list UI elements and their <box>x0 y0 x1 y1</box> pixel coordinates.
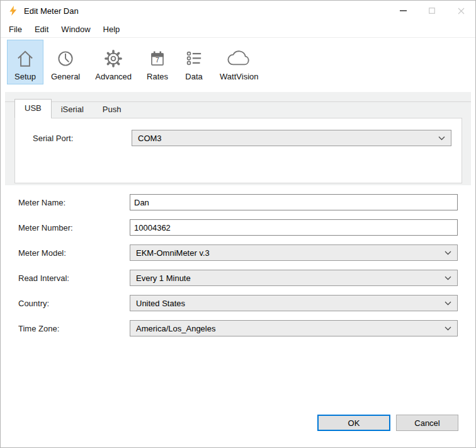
meter-model-row: Meter Model: EKM-OmniMeter v.3 <box>1 244 475 261</box>
meter-name-label: Meter Name: <box>18 198 130 207</box>
window-controls <box>388 1 475 21</box>
cancel-button[interactable]: Cancel <box>396 415 458 431</box>
read-interval-select[interactable]: Every 1 Minute <box>130 270 458 286</box>
serial-port-value: COM3 <box>138 134 434 143</box>
ok-button[interactable]: OK <box>317 415 390 431</box>
read-interval-value: Every 1 Minute <box>136 273 441 283</box>
meter-name-input[interactable] <box>130 194 458 210</box>
time-zone-row: Time Zone: America/Los_Angeles <box>1 320 475 336</box>
toolbar-wattvision-label: WattVision <box>220 72 258 81</box>
meter-name-row: Meter Name: <box>1 194 475 210</box>
meter-model-value: EKM-OmniMeter v.3 <box>136 248 441 258</box>
list-icon <box>183 47 205 71</box>
toolbar-rates-label: Rates <box>147 72 168 81</box>
footer: OK Cancel <box>1 415 475 447</box>
country-label: Country: <box>18 299 130 308</box>
meter-model-label: Meter Model: <box>18 248 130 258</box>
toolbar-data-button[interactable]: Data <box>176 40 212 84</box>
toolbar-general-label: General <box>51 72 80 81</box>
minimize-button[interactable] <box>388 1 417 21</box>
read-interval-row: Read Interval: Every 1 Minute <box>1 270 475 286</box>
toolbar-setup-label: Setup <box>14 72 36 81</box>
menu-help[interactable]: Help <box>97 21 127 37</box>
meter-number-label: Meter Number: <box>18 223 130 233</box>
toolbar-setup-button[interactable]: Setup <box>7 40 43 84</box>
chevron-down-icon <box>445 301 451 306</box>
menu-window[interactable]: Window <box>55 21 96 37</box>
tab-usb-label: USB <box>25 103 42 113</box>
meter-number-row: Meter Number: <box>1 219 475 236</box>
menu-bar: File Edit Window Help <box>1 21 475 38</box>
tab-usb[interactable]: USB <box>14 99 52 118</box>
menu-file[interactable]: File <box>3 21 28 37</box>
country-value: United States <box>136 299 441 308</box>
title-bar: Edit Meter Dan <box>1 1 475 21</box>
edit-meter-window: Edit Meter Dan File Edit Window Help <box>0 0 476 448</box>
maximize-button <box>417 1 446 21</box>
toolbar-data-label: Data <box>185 72 202 81</box>
chevron-down-icon <box>445 251 451 255</box>
gear-icon <box>103 47 124 71</box>
clock-icon <box>55 47 76 71</box>
time-zone-select[interactable]: America/Los_Angeles <box>130 320 458 336</box>
time-zone-label: Time Zone: <box>18 324 130 333</box>
svg-text:7: 7 <box>156 56 159 64</box>
toolbar-wattvision-button[interactable]: WattVision <box>212 40 266 84</box>
toolbar: Setup General <box>1 38 475 86</box>
connection-tabstrip: USB iSerial Push <box>14 99 462 118</box>
cloud-icon <box>225 47 253 71</box>
lightning-bolt-icon <box>9 5 18 16</box>
tab-push-label: Push <box>103 105 122 114</box>
connection-tab-section: USB iSerial Push Serial Port: COM3 <box>5 92 471 185</box>
serial-port-select[interactable]: COM3 <box>132 130 451 146</box>
serial-port-label: Serial Port: <box>33 134 132 143</box>
meter-number-input[interactable] <box>130 219 458 236</box>
tab-iserial[interactable]: iSerial <box>52 101 93 118</box>
calendar-icon: 7 <box>147 47 168 71</box>
toolbar-advanced-button[interactable]: Advanced <box>88 40 139 84</box>
read-interval-label: Read Interval: <box>18 273 130 283</box>
menu-edit[interactable]: Edit <box>28 21 55 37</box>
chevron-down-icon <box>438 136 445 141</box>
close-button[interactable] <box>446 1 475 21</box>
country-row: Country: United States <box>1 295 475 311</box>
usb-tab-panel: Serial Port: COM3 <box>14 118 462 183</box>
toolbar-general-button[interactable]: General <box>43 40 88 84</box>
toolbar-rates-button[interactable]: 7 Rates <box>139 40 176 84</box>
meter-model-select[interactable]: EKM-OmniMeter v.3 <box>130 244 458 261</box>
time-zone-value: America/Los_Angeles <box>136 324 441 333</box>
chevron-down-icon <box>445 276 451 280</box>
tab-push[interactable]: Push <box>93 101 131 118</box>
country-select[interactable]: United States <box>130 295 458 311</box>
meter-form: Meter Name: Meter Number: Meter Model: E… <box>1 194 475 345</box>
chevron-down-icon <box>445 326 451 331</box>
home-icon <box>14 47 36 71</box>
toolbar-advanced-label: Advanced <box>95 72 132 81</box>
tab-iserial-label: iSerial <box>61 105 84 114</box>
window-title: Edit Meter Dan <box>24 6 79 16</box>
